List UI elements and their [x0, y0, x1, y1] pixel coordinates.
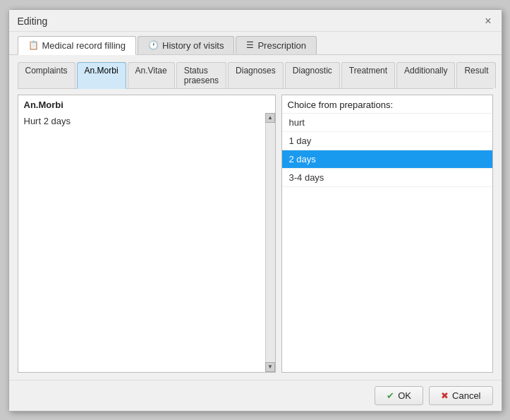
left-panel: An.Morbi Hurt 2 days ▲ ▼: [18, 95, 276, 373]
tab-complaints[interactable]: Complaints: [18, 62, 75, 88]
tab-diagnostic[interactable]: Diagnostic: [285, 62, 340, 88]
editing-dialog: Editing × 📋 Medical record filling 🕐 His…: [8, 9, 502, 412]
top-tab-bar: 📋 Medical record filling 🕐 History of vi…: [9, 32, 502, 55]
main-panel: An.Morbi Hurt 2 days ▲ ▼ Choice from pre…: [18, 95, 493, 373]
tab-anmorbi[interactable]: An.Morbi: [77, 62, 126, 89]
choice-item-2days[interactable]: 2 days: [282, 150, 492, 169]
dialog-title: Editing: [18, 16, 48, 27]
choice-item-1day[interactable]: 1 day: [282, 132, 492, 150]
tab-additionally[interactable]: Additionally: [396, 62, 455, 88]
anmorbi-text: Hurt 2 days: [24, 116, 71, 126]
choice-item-34days[interactable]: 3-4 days: [282, 169, 492, 187]
tab-status[interactable]: Status praesens: [176, 62, 226, 88]
cancel-button[interactable]: ✖ Cancel: [429, 386, 492, 405]
left-panel-header: An.Morbi: [18, 95, 275, 113]
tab-history-visits-label: History of visits: [162, 40, 224, 51]
close-button[interactable]: ×: [483, 16, 492, 27]
title-bar: Editing ×: [9, 10, 502, 32]
tab-result[interactable]: Result: [456, 62, 496, 88]
right-panel: Choice from preparations: hurt 1 day 2 d…: [281, 95, 493, 373]
bottom-bar: ✔ OK ✖ Cancel: [9, 380, 502, 411]
main-content: Complaints An.Morbi An.Vitae Status prae…: [9, 55, 502, 380]
medical-record-icon: 📋: [28, 40, 39, 50]
tab-prescription-label: Prescription: [257, 40, 306, 51]
scroll-down-button[interactable]: ▼: [265, 362, 275, 372]
left-panel-content[interactable]: Hurt 2 days: [18, 113, 265, 372]
cancel-label: Cancel: [452, 390, 480, 401]
tab-prescription[interactable]: ☰ Prescription: [236, 36, 317, 54]
history-visits-icon: 🕐: [148, 40, 159, 50]
tab-history-visits[interactable]: 🕐 History of visits: [138, 36, 234, 54]
tab-treatment[interactable]: Treatment: [341, 62, 395, 88]
tab-medical-record-label: Medical record filling: [42, 40, 126, 51]
tab-diagnoses[interactable]: Diagnoses: [228, 62, 284, 88]
ok-icon: ✔: [387, 390, 394, 401]
scroll-up-button[interactable]: ▲: [265, 113, 275, 123]
tab-medical-record[interactable]: 📋 Medical record filling: [18, 36, 137, 55]
prescription-icon: ☰: [246, 40, 254, 50]
tab-anvitae[interactable]: An.Vitae: [128, 62, 175, 88]
left-panel-inner: Hurt 2 days ▲ ▼: [18, 113, 275, 372]
inner-tab-bar: Complaints An.Morbi An.Vitae Status prae…: [18, 62, 493, 89]
left-scroll-track: ▲ ▼: [265, 113, 275, 372]
choice-item-hurt[interactable]: hurt: [282, 114, 492, 132]
ok-button[interactable]: ✔ OK: [375, 386, 423, 405]
choice-header: Choice from preparations:: [282, 95, 492, 114]
ok-label: OK: [398, 390, 411, 401]
choice-list: hurt 1 day 2 days 3-4 days: [282, 114, 492, 372]
cancel-icon: ✖: [441, 390, 449, 401]
